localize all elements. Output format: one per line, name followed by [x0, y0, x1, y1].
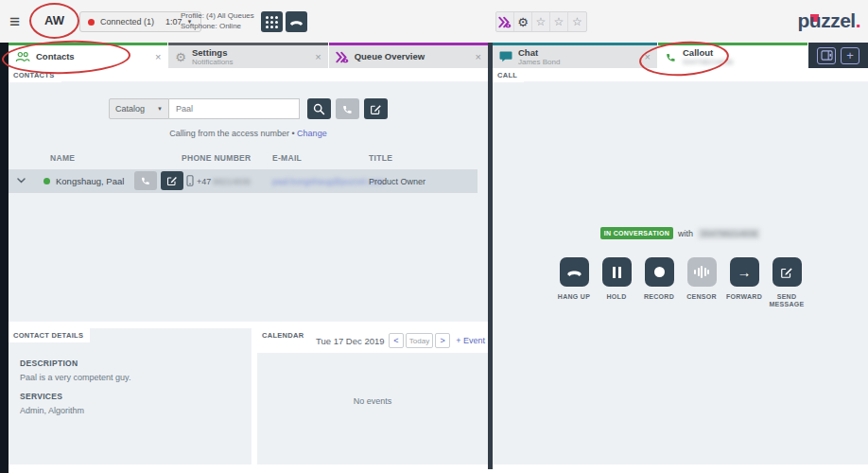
phone-call-icon [341, 103, 354, 115]
calendar-nav: < Today > + Event [389, 333, 485, 348]
tab-chat[interactable]: Chat James Bond × [493, 43, 657, 68]
hangup-header-button[interactable] [286, 11, 307, 32]
contact-details-label: CONTACT DETAILS [9, 328, 90, 342]
no-events-text: No events [257, 396, 488, 406]
close-icon[interactable]: × [155, 52, 161, 62]
gear-icon: ⚙ [517, 15, 529, 29]
calendar-next-button[interactable]: > [435, 333, 450, 348]
tab-label: Settings [192, 48, 234, 58]
row-message-button[interactable] [161, 171, 183, 190]
contact-row[interactable]: Kongshaug, Paal +47 98214836 paal.kongsh… [9, 169, 477, 193]
contact-name: Kongshaug, Paal [56, 176, 124, 186]
top-header: ≡ AW Connected (1) 1:07 ▼ Profile: (4) A… [0, 0, 868, 43]
favorite-slot-1[interactable]: ☆ [532, 12, 550, 31]
softphone-line: Softphone: Online [181, 21, 254, 31]
add-event-button[interactable]: + Event [456, 336, 485, 345]
tab-sublabel: James Bond [518, 58, 560, 66]
split-layout-icon [821, 50, 833, 61]
email-link-redacted[interactable]: paal.kongshaug@puzzel.com [272, 177, 384, 186]
tab-queue-overview[interactable]: Queue Overview × [329, 43, 488, 68]
contacts-section-label: CONTACTS [9, 68, 61, 82]
close-icon[interactable]: × [315, 52, 321, 62]
expand-chevron-icon[interactable] [17, 178, 26, 184]
settings-shortcut[interactable]: ⚙ [514, 12, 532, 31]
access-number-hint: Calling from the access number • Change [9, 129, 488, 138]
compose-message-button[interactable] [364, 98, 388, 119]
favorite-slot-3[interactable]: ☆ [568, 12, 586, 31]
tab-settings[interactable]: ⚙ Settings Notifications × [168, 43, 327, 68]
tab-bar-actions: + [808, 43, 868, 68]
call-section-label: CALL [493, 68, 524, 82]
calendar-section-label: CALENDAR [257, 328, 310, 342]
button-label: SEND MESSAGE [766, 293, 808, 308]
tab-label: Callout [683, 48, 733, 58]
right-tab-group: Chat James Bond × Callout 004798214836 + [493, 43, 868, 68]
star-icon: ☆ [536, 15, 547, 28]
button-label: HANG UP [558, 293, 590, 301]
with-text: with [678, 229, 693, 238]
record-icon [654, 267, 665, 277]
forward-button[interactable]: → [730, 257, 759, 287]
queue-overview-shortcut[interactable] [496, 12, 514, 31]
star-icon: ☆ [572, 15, 582, 28]
agent-application: ≡ AW Connected (1) 1:07 ▼ Profile: (4) A… [0, 0, 868, 473]
chevron-down-icon: ▼ [157, 106, 163, 112]
queue-eye-icon [336, 51, 349, 63]
gear-icon: ⚙ [175, 50, 186, 64]
pause-icon [613, 267, 621, 278]
split-view-button[interactable] [817, 47, 836, 64]
keypad-icon [266, 16, 278, 28]
phone-number-redacted: 98214836 [213, 177, 251, 186]
compose-icon [166, 175, 178, 186]
caller-number-redacted: 004798214836 [698, 228, 760, 239]
search-icon [313, 103, 325, 115]
tab-sublabel: Notifications [192, 58, 234, 66]
forward-arrow-icon: → [738, 265, 752, 279]
phone-call-icon [140, 175, 151, 186]
phone-hangup-icon [566, 268, 582, 277]
star-icon: ☆ [554, 15, 564, 28]
send-message-button[interactable] [773, 257, 802, 287]
new-tab-button[interactable]: + [841, 47, 859, 64]
record-button[interactable] [645, 257, 674, 287]
hold-button[interactable] [602, 257, 632, 287]
col-header-email: E-MAIL [272, 153, 302, 163]
row-call-button[interactable] [134, 171, 157, 190]
close-icon[interactable]: × [645, 52, 651, 62]
profile-info: Profile: (4) All Queues Softphone: Onlin… [181, 10, 254, 31]
tab-callout[interactable]: Callout 004798214836 [658, 43, 807, 68]
button-label: RECORD [644, 293, 674, 301]
search-button[interactable] [307, 98, 331, 119]
avatar[interactable]: AW [44, 13, 64, 27]
queue-eye-icon [498, 16, 512, 28]
quick-access-toolbar: ⚙ ☆ ☆ ☆ [495, 11, 587, 32]
phone-country-prefix: +47 [197, 177, 211, 186]
tab-contacts[interactable]: Contacts × [9, 43, 167, 68]
puzzel-logo: puzzel. [797, 9, 860, 32]
button-label: HOLD [606, 293, 626, 301]
hamburger-menu-icon[interactable]: ≡ [9, 12, 20, 30]
bullet: • [291, 129, 294, 138]
plus-icon: + [846, 49, 854, 61]
keypad-button[interactable] [261, 11, 283, 32]
col-header-phone: PHONE NUMBER [182, 153, 252, 163]
calendar-prev-button[interactable]: < [389, 333, 404, 348]
tab-label: Chat [518, 48, 560, 58]
calendar-date: Tue 17 Dec 2019 [316, 336, 385, 346]
censor-button[interactable] [687, 257, 717, 287]
catalog-select[interactable]: Catalog ▼ [109, 98, 169, 119]
hang-up-button[interactable] [560, 257, 589, 287]
left-tab-group: Contacts × ⚙ Settings Notifications × Qu… [9, 43, 488, 68]
status-timer: 1:07 [165, 17, 182, 26]
phone-call-icon [665, 51, 677, 63]
contacts-people-icon [15, 51, 30, 62]
calendar-panel: CALENDAR Tue 17 Dec 2019 < Today > + Eve… [257, 328, 488, 464]
contact-search-input[interactable] [169, 98, 300, 119]
calendar-today-button[interactable]: Today [406, 333, 433, 348]
change-access-number-link[interactable]: Change [297, 129, 327, 138]
compose-icon [780, 266, 793, 279]
call-contact-button[interactable] [336, 98, 359, 119]
close-icon[interactable]: × [476, 52, 481, 62]
favorite-slot-2[interactable]: ☆ [550, 12, 568, 31]
left-rail [0, 43, 9, 473]
